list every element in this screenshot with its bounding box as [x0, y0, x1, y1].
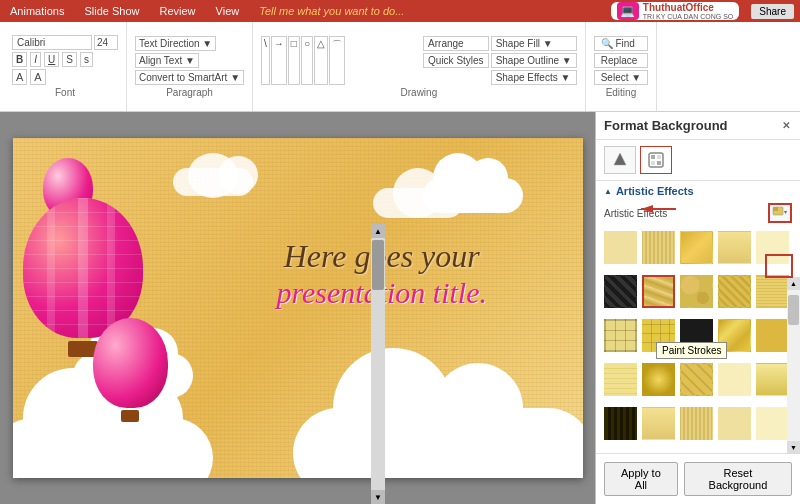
italic-btn[interactable]: I: [30, 52, 41, 67]
svg-rect-8: [773, 207, 778, 211]
texture-cell-24[interactable]: [756, 407, 789, 440]
connector-tool[interactable]: ⌒: [329, 36, 345, 85]
font-select[interactable]: Calibri: [12, 35, 92, 50]
balloon-large-body: [23, 198, 143, 338]
texture-cell-17[interactable]: [680, 363, 713, 396]
svg-rect-5: [657, 161, 661, 165]
panel-scroll-track: [787, 290, 800, 441]
shape-properties: Shape Fill ▼ Shape Outline ▼ Shape Effec…: [491, 36, 577, 85]
oval-tool[interactable]: ○: [301, 36, 313, 85]
panel-header: Format Background ✕: [596, 112, 800, 140]
panel-scroll-down[interactable]: ▼: [787, 441, 800, 454]
shape-tools: \ → □ ○ △ ⌒: [261, 36, 421, 85]
texture-cell-21[interactable]: [642, 407, 675, 440]
panel-scrollbar[interactable]: ▲ ▼: [787, 277, 800, 454]
find-btn[interactable]: 🔍 Find: [594, 36, 648, 51]
align-text-btn[interactable]: Align Text ▼: [135, 53, 199, 68]
share-button[interactable]: Share: [751, 4, 794, 19]
text-direction-btn[interactable]: Text Direction ▼: [135, 36, 216, 51]
panel-tabs: [596, 140, 800, 181]
artistic-effects-section[interactable]: Artistic Effects: [596, 181, 800, 201]
scroll-thumb[interactable]: [372, 240, 384, 290]
slide[interactable]: Here goes your presentation title.: [13, 138, 583, 478]
balloon-medium-body: [93, 318, 168, 408]
texture-cell-2[interactable]: [680, 231, 713, 264]
texture-cell-19[interactable]: [756, 363, 789, 396]
select-btn[interactable]: Select ▼: [594, 70, 648, 85]
slide-area-scrollbar[interactable]: ▲ ▼: [371, 224, 385, 504]
shape-effects-btn[interactable]: Shape Effects ▼: [491, 70, 577, 85]
apply-to-all-button[interactable]: Apply to All: [604, 462, 678, 496]
texture-cell-4[interactable]: [756, 231, 789, 264]
underline-btn[interactable]: U: [44, 52, 59, 67]
svg-marker-0: [614, 153, 626, 165]
texture-cell-5[interactable]: [604, 275, 637, 308]
scroll-down-btn[interactable]: ▼: [371, 490, 385, 504]
texture-cell-7[interactable]: [680, 275, 713, 308]
triangle-tool[interactable]: △: [314, 36, 328, 85]
stripe-center: [78, 198, 88, 338]
arrange-btn[interactable]: Arrange: [423, 36, 489, 51]
panel-close-button[interactable]: ✕: [780, 118, 792, 133]
texture-cell-13[interactable]: [718, 319, 751, 352]
replace-btn[interactable]: Replace: [594, 53, 648, 68]
highlight-btn[interactable]: A: [30, 69, 45, 85]
texture-cell-22[interactable]: [680, 407, 713, 440]
font-color-btn[interactable]: A: [12, 69, 27, 85]
bold-btn[interactable]: B: [12, 52, 27, 67]
menu-review[interactable]: Review: [155, 3, 199, 19]
shadow-btn[interactable]: s: [80, 52, 93, 67]
rect-tool[interactable]: □: [288, 36, 300, 85]
line-tool[interactable]: \: [261, 36, 270, 85]
texture-cell-10[interactable]: [604, 319, 637, 352]
cloud-bottom-left: [13, 418, 213, 478]
tab-fill[interactable]: [604, 146, 636, 174]
font-format-row: B I U S s: [12, 52, 118, 67]
panel-scroll-thumb[interactable]: [788, 295, 799, 325]
tab-effects[interactable]: [640, 146, 672, 174]
ribbon-drawing-group: \ → □ ○ △ ⌒ Arrange Quick Styles Shape F…: [253, 22, 586, 111]
texture-cell-14[interactable]: [756, 319, 789, 352]
panel-scroll-up[interactable]: ▲: [787, 277, 800, 290]
texture-cell-16[interactable]: [642, 363, 675, 396]
menu-slideshow[interactable]: Slide Show: [80, 3, 143, 19]
menu-view[interactable]: View: [212, 3, 244, 19]
paragraph-group-label: Paragraph: [166, 87, 213, 98]
stripe-left: [47, 198, 55, 338]
logo: 💻 ThuthuatOffice TRI KY CUA DAN CONG SO: [611, 2, 740, 20]
font-controls: Calibri 24 B I U S s A A: [12, 35, 118, 85]
effects-dropdown-button[interactable]: [768, 203, 792, 223]
font-name-row[interactable]: Calibri 24: [12, 35, 118, 50]
texture-cell-8[interactable]: [718, 275, 751, 308]
ribbon-editing-group: 🔍 Find Replace Select ▼ Editing: [586, 22, 657, 111]
svg-rect-3: [657, 155, 661, 159]
texture-cell-3[interactable]: [718, 231, 751, 264]
scroll-track: [371, 238, 385, 490]
shape-fill-btn[interactable]: Shape Fill ▼: [491, 36, 577, 51]
convert-smartart-btn[interactable]: Convert to SmartArt ▼: [135, 70, 244, 85]
texture-cell-18[interactable]: [718, 363, 751, 396]
logo-icon: 💻: [617, 2, 639, 20]
texture-cell-15[interactable]: [604, 363, 637, 396]
texture-cell-20[interactable]: [604, 407, 637, 440]
arrow-tool[interactable]: →: [271, 36, 287, 85]
menu-bar: Animations Slide Show Review View Tell m…: [0, 0, 800, 22]
texture-cell-9[interactable]: [756, 275, 789, 308]
scroll-up-btn[interactable]: ▲: [371, 224, 385, 238]
menu-tell-me[interactable]: Tell me what you want to do...: [255, 3, 599, 19]
strikethrough-btn[interactable]: S: [62, 52, 77, 67]
texture-cell-12[interactable]: [680, 319, 713, 352]
texture-cell-1[interactable]: [642, 231, 675, 264]
font-size-select[interactable]: 24: [94, 35, 118, 50]
ribbon-font-group: Calibri 24 B I U S s A A Font: [4, 22, 127, 111]
reset-background-button[interactable]: Reset Background: [684, 462, 792, 496]
texture-cell-0[interactable]: [604, 231, 637, 264]
texture-cell-23[interactable]: [718, 407, 751, 440]
quick-styles-btn[interactable]: Quick Styles: [423, 53, 489, 68]
shape-outline-btn[interactable]: Shape Outline ▼: [491, 53, 577, 68]
texture-cell-6[interactable]: [642, 275, 675, 308]
texture-cell-11[interactable]: [642, 319, 675, 352]
logo-brand: ThuthuatOffice: [643, 2, 734, 13]
texture-grid: [596, 227, 800, 453]
menu-animations[interactable]: Animations: [6, 3, 68, 19]
